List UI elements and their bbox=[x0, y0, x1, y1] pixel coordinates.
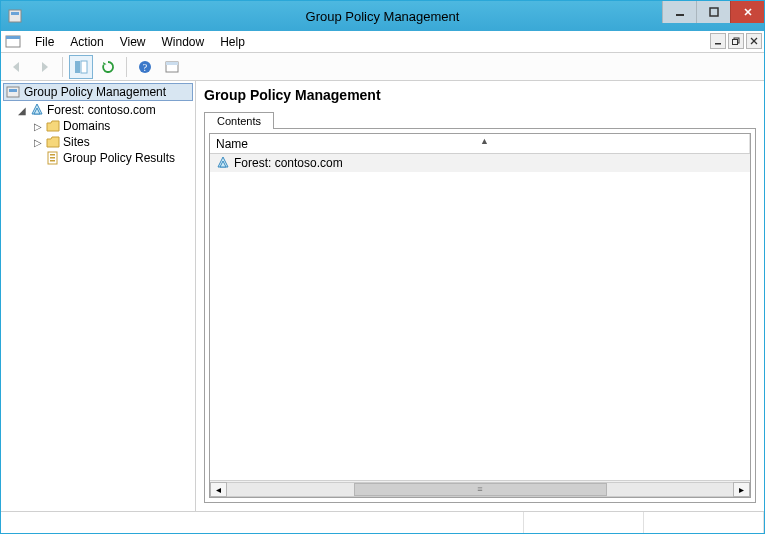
scroll-track[interactable]: ≡ bbox=[227, 482, 733, 497]
forest-icon bbox=[216, 156, 230, 170]
mmc-icon bbox=[5, 34, 21, 50]
menu-help[interactable]: Help bbox=[212, 33, 253, 51]
menubar: File Action View Window Help bbox=[1, 31, 764, 53]
list-frame: Name ▲ Forest: contoso.com ◂ ≡ bbox=[209, 133, 751, 498]
horizontal-scrollbar[interactable]: ◂ ≡ ▸ bbox=[210, 480, 750, 497]
svg-rect-22 bbox=[50, 154, 55, 156]
column-name-label: Name bbox=[216, 137, 248, 151]
svg-rect-23 bbox=[50, 157, 55, 159]
mdi-minimize-button[interactable] bbox=[710, 33, 726, 49]
app-icon bbox=[7, 8, 23, 24]
forward-button[interactable] bbox=[32, 55, 56, 79]
svg-rect-24 bbox=[50, 160, 55, 162]
tree-domains-label: Domains bbox=[63, 119, 110, 133]
tree-pane[interactable]: Group Policy Management ◢ Forest: contos… bbox=[1, 81, 196, 511]
tree-forest-label: Forest: contoso.com bbox=[47, 103, 156, 117]
window-controls bbox=[662, 1, 764, 23]
mdi-restore-button[interactable] bbox=[728, 33, 744, 49]
toolbar-separator bbox=[126, 57, 127, 77]
menu-window[interactable]: Window bbox=[154, 33, 213, 51]
show-hide-tree-button[interactable] bbox=[69, 55, 93, 79]
titlebar[interactable]: Group Policy Management bbox=[1, 1, 764, 31]
tree-root[interactable]: Group Policy Management bbox=[3, 83, 193, 101]
expand-icon[interactable]: ▷ bbox=[33, 121, 43, 132]
tree-root-label: Group Policy Management bbox=[24, 85, 166, 99]
mdi-close-button[interactable] bbox=[746, 33, 762, 49]
column-header: Name ▲ bbox=[210, 134, 750, 154]
tree-sites-label: Sites bbox=[63, 135, 90, 149]
menu-action[interactable]: Action bbox=[62, 33, 111, 51]
tree-sites[interactable]: ▷ Sites bbox=[3, 134, 193, 150]
scroll-right-button[interactable]: ▸ bbox=[733, 482, 750, 497]
menu-file[interactable]: File bbox=[27, 33, 62, 51]
svg-rect-2 bbox=[676, 14, 684, 16]
svg-text:?: ? bbox=[143, 62, 148, 73]
statusbar bbox=[1, 511, 764, 533]
status-panel bbox=[644, 512, 764, 533]
svg-rect-14 bbox=[81, 61, 87, 73]
svg-rect-1 bbox=[11, 12, 19, 15]
report-icon bbox=[46, 151, 60, 165]
status-panel bbox=[1, 512, 524, 533]
list-item[interactable]: Forest: contoso.com bbox=[210, 154, 750, 172]
svg-rect-7 bbox=[6, 36, 20, 39]
list-item-label: Forest: contoso.com bbox=[234, 156, 343, 170]
client-area: Group Policy Management ◢ Forest: contos… bbox=[1, 81, 764, 511]
tree-gpresults-label: Group Policy Results bbox=[63, 151, 175, 165]
back-button[interactable] bbox=[5, 55, 29, 79]
svg-rect-18 bbox=[166, 62, 178, 65]
scroll-thumb[interactable]: ≡ bbox=[354, 483, 607, 496]
svg-rect-8 bbox=[715, 43, 721, 45]
collapse-icon[interactable]: ◢ bbox=[17, 105, 27, 116]
maximize-button[interactable] bbox=[696, 1, 730, 23]
refresh-button[interactable] bbox=[96, 55, 120, 79]
tree-forest[interactable]: ◢ Forest: contoso.com bbox=[3, 102, 193, 118]
sort-ascending-icon: ▲ bbox=[480, 136, 489, 146]
window-title: Group Policy Management bbox=[1, 9, 764, 24]
content-pane: Group Policy Management Contents Name ▲ bbox=[196, 81, 764, 511]
folder-icon bbox=[46, 135, 60, 149]
status-panel bbox=[524, 512, 644, 533]
gpm-icon bbox=[6, 85, 20, 99]
close-button[interactable] bbox=[730, 1, 764, 23]
folder-icon bbox=[46, 119, 60, 133]
mdi-controls bbox=[710, 33, 762, 49]
svg-rect-0 bbox=[9, 10, 21, 22]
tab-strip: Contents bbox=[204, 107, 756, 129]
tree-domains[interactable]: ▷ Domains bbox=[3, 118, 193, 134]
expand-icon[interactable]: ▷ bbox=[33, 137, 43, 148]
list-body[interactable]: Forest: contoso.com bbox=[210, 154, 750, 480]
properties-button[interactable] bbox=[160, 55, 184, 79]
toolbar: ? bbox=[1, 53, 764, 81]
menu-view[interactable]: View bbox=[112, 33, 154, 51]
forest-icon bbox=[30, 103, 44, 117]
help-button[interactable]: ? bbox=[133, 55, 157, 79]
tab-contents[interactable]: Contents bbox=[204, 112, 274, 129]
svg-rect-20 bbox=[9, 89, 17, 92]
svg-rect-10 bbox=[733, 40, 738, 45]
tree-gpresults[interactable]: ▷ Group Policy Results bbox=[3, 150, 193, 166]
content-title: Group Policy Management bbox=[204, 87, 756, 103]
svg-rect-13 bbox=[75, 61, 80, 73]
svg-rect-3 bbox=[710, 8, 718, 16]
minimize-button[interactable] bbox=[662, 1, 696, 23]
content-box: Name ▲ Forest: contoso.com ◂ ≡ bbox=[204, 128, 756, 503]
toolbar-separator bbox=[62, 57, 63, 77]
scroll-left-button[interactable]: ◂ bbox=[210, 482, 227, 497]
